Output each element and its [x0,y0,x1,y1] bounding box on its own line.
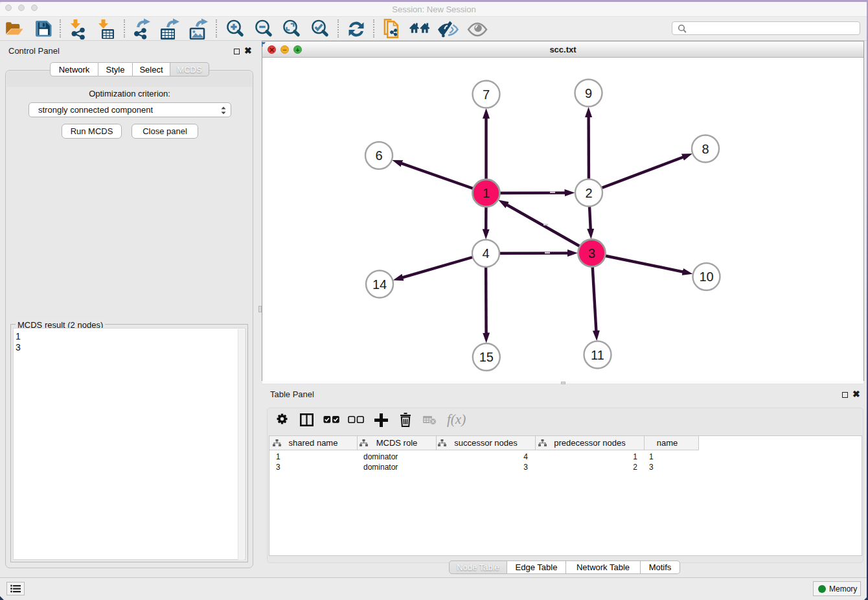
svg-text:15: 15 [479,350,494,364]
svg-text:14: 14 [372,277,387,292]
svg-text:10: 10 [699,270,713,284]
svg-text:4: 4 [482,246,489,260]
svg-text:3: 3 [588,246,595,260]
svg-text:1: 1 [483,186,490,200]
svg-text:7: 7 [483,87,490,102]
svg-text:11: 11 [591,348,604,362]
svg-text:6: 6 [375,148,382,163]
svg-text:2: 2 [585,186,592,200]
svg-text:8: 8 [702,142,709,156]
svg-text:9: 9 [585,86,592,100]
